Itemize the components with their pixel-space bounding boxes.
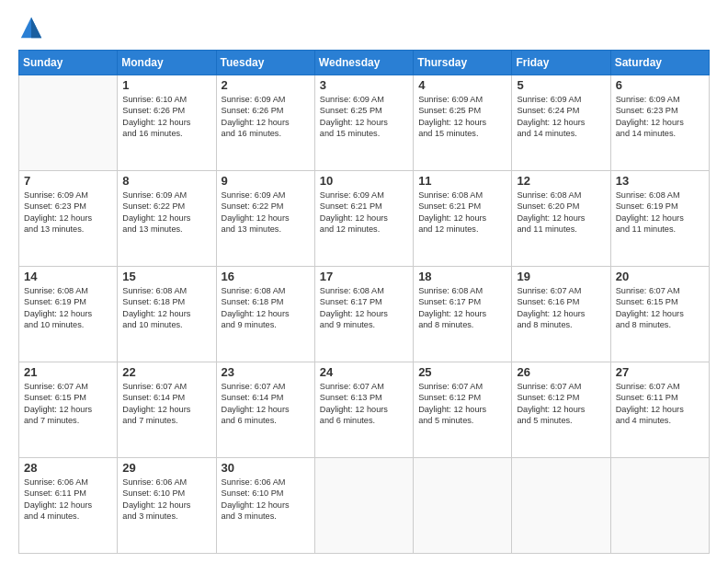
day-number: 25 [418, 365, 506, 379]
day-cell [512, 458, 610, 554]
weekday-header-thursday: Thursday [414, 51, 512, 75]
day-cell: 30Sunrise: 6:06 AM Sunset: 6:10 PM Dayli… [216, 458, 314, 554]
week-row-2: 7Sunrise: 6:09 AM Sunset: 6:23 PM Daylig… [19, 171, 710, 267]
page: SundayMondayTuesdayWednesdayThursdayFrid… [0, 0, 728, 563]
day-info: Sunrise: 6:08 AM Sunset: 6:21 PM Dayligh… [418, 190, 506, 236]
day-number: 21 [24, 365, 112, 379]
day-info: Sunrise: 6:08 AM Sunset: 6:19 PM Dayligh… [616, 190, 704, 236]
day-cell: 25Sunrise: 6:07 AM Sunset: 6:12 PM Dayli… [414, 362, 512, 458]
day-cell: 21Sunrise: 6:07 AM Sunset: 6:15 PM Dayli… [19, 362, 118, 458]
day-number: 27 [616, 365, 704, 379]
day-info: Sunrise: 6:08 AM Sunset: 6:17 PM Dayligh… [418, 285, 506, 331]
day-number: 15 [122, 270, 210, 283]
day-number: 8 [122, 174, 210, 188]
header [18, 15, 710, 40]
day-number: 20 [616, 270, 704, 283]
day-info: Sunrise: 6:07 AM Sunset: 6:14 PM Dayligh… [222, 381, 310, 427]
day-cell: 2Sunrise: 6:09 AM Sunset: 6:26 PM Daylig… [216, 75, 314, 171]
day-cell: 10Sunrise: 6:09 AM Sunset: 6:21 PM Dayli… [314, 171, 413, 267]
day-cell: 12Sunrise: 6:08 AM Sunset: 6:20 PM Dayli… [512, 171, 610, 267]
day-cell: 28Sunrise: 6:06 AM Sunset: 6:11 PM Dayli… [19, 458, 118, 554]
day-info: Sunrise: 6:07 AM Sunset: 6:16 PM Dayligh… [517, 285, 605, 331]
weekday-header-tuesday: Tuesday [216, 51, 314, 75]
week-row-5: 28Sunrise: 6:06 AM Sunset: 6:11 PM Dayli… [19, 458, 710, 554]
day-number: 24 [320, 365, 408, 379]
day-number: 7 [24, 174, 112, 188]
day-info: Sunrise: 6:08 AM Sunset: 6:18 PM Dayligh… [222, 285, 310, 331]
day-info: Sunrise: 6:06 AM Sunset: 6:11 PM Dayligh… [24, 477, 112, 523]
day-info: Sunrise: 6:09 AM Sunset: 6:25 PM Dayligh… [418, 94, 506, 140]
day-cell: 9Sunrise: 6:09 AM Sunset: 6:22 PM Daylig… [216, 171, 314, 267]
day-number: 18 [418, 270, 506, 283]
weekday-header-saturday: Saturday [610, 51, 709, 75]
day-cell: 4Sunrise: 6:09 AM Sunset: 6:25 PM Daylig… [414, 75, 512, 171]
day-cell [610, 458, 709, 554]
svg-marker-1 [31, 17, 41, 38]
day-info: Sunrise: 6:08 AM Sunset: 6:20 PM Dayligh… [517, 190, 605, 236]
day-number: 4 [418, 78, 506, 92]
day-cell: 15Sunrise: 6:08 AM Sunset: 6:18 PM Dayli… [118, 267, 216, 362]
day-cell: 17Sunrise: 6:08 AM Sunset: 6:17 PM Dayli… [314, 267, 413, 362]
day-cell: 8Sunrise: 6:09 AM Sunset: 6:22 PM Daylig… [118, 171, 216, 267]
week-row-4: 21Sunrise: 6:07 AM Sunset: 6:15 PM Dayli… [19, 362, 710, 458]
day-cell: 20Sunrise: 6:07 AM Sunset: 6:15 PM Dayli… [610, 267, 709, 362]
day-cell: 29Sunrise: 6:06 AM Sunset: 6:10 PM Dayli… [118, 458, 216, 554]
day-info: Sunrise: 6:09 AM Sunset: 6:22 PM Dayligh… [122, 190, 210, 236]
day-number: 19 [517, 270, 605, 283]
day-cell: 13Sunrise: 6:08 AM Sunset: 6:19 PM Dayli… [610, 171, 709, 267]
day-number: 13 [616, 174, 704, 188]
day-number: 11 [418, 174, 506, 188]
day-number: 16 [222, 270, 310, 283]
day-info: Sunrise: 6:09 AM Sunset: 6:22 PM Dayligh… [222, 190, 310, 236]
day-cell: 11Sunrise: 6:08 AM Sunset: 6:21 PM Dayli… [414, 171, 512, 267]
week-row-1: 1Sunrise: 6:10 AM Sunset: 6:26 PM Daylig… [19, 75, 710, 171]
week-row-3: 14Sunrise: 6:08 AM Sunset: 6:19 PM Dayli… [19, 267, 710, 362]
day-info: Sunrise: 6:08 AM Sunset: 6:18 PM Dayligh… [122, 285, 210, 331]
day-cell: 7Sunrise: 6:09 AM Sunset: 6:23 PM Daylig… [19, 171, 118, 267]
day-cell [414, 458, 512, 554]
day-info: Sunrise: 6:08 AM Sunset: 6:19 PM Dayligh… [24, 285, 112, 331]
day-number: 26 [517, 365, 605, 379]
day-number: 28 [24, 461, 112, 475]
day-info: Sunrise: 6:10 AM Sunset: 6:26 PM Dayligh… [122, 94, 210, 140]
day-info: Sunrise: 6:06 AM Sunset: 6:10 PM Dayligh… [222, 477, 310, 523]
day-number: 14 [24, 270, 112, 283]
day-cell [314, 458, 413, 554]
day-number: 29 [122, 461, 210, 475]
day-cell: 26Sunrise: 6:07 AM Sunset: 6:12 PM Dayli… [512, 362, 610, 458]
weekday-header-row: SundayMondayTuesdayWednesdayThursdayFrid… [19, 51, 710, 75]
day-number: 9 [222, 174, 310, 188]
weekday-header-sunday: Sunday [19, 51, 118, 75]
day-cell: 6Sunrise: 6:09 AM Sunset: 6:23 PM Daylig… [610, 75, 709, 171]
logo-icon [18, 15, 44, 40]
day-number: 23 [222, 365, 310, 379]
day-info: Sunrise: 6:07 AM Sunset: 6:11 PM Dayligh… [616, 381, 704, 427]
day-cell: 5Sunrise: 6:09 AM Sunset: 6:24 PM Daylig… [512, 75, 610, 171]
day-number: 6 [616, 78, 704, 92]
day-info: Sunrise: 6:09 AM Sunset: 6:25 PM Dayligh… [320, 94, 408, 140]
day-cell: 23Sunrise: 6:07 AM Sunset: 6:14 PM Dayli… [216, 362, 314, 458]
day-cell: 24Sunrise: 6:07 AM Sunset: 6:13 PM Dayli… [314, 362, 413, 458]
day-number: 10 [320, 174, 408, 188]
day-cell: 14Sunrise: 6:08 AM Sunset: 6:19 PM Dayli… [19, 267, 118, 362]
day-cell: 1Sunrise: 6:10 AM Sunset: 6:26 PM Daylig… [118, 75, 216, 171]
day-cell: 19Sunrise: 6:07 AM Sunset: 6:16 PM Dayli… [512, 267, 610, 362]
day-number: 2 [222, 78, 310, 92]
day-cell [19, 75, 118, 171]
calendar-table: SundayMondayTuesdayWednesdayThursdayFrid… [18, 50, 710, 554]
day-number: 17 [320, 270, 408, 283]
day-number: 3 [320, 78, 408, 92]
day-cell: 16Sunrise: 6:08 AM Sunset: 6:18 PM Dayli… [216, 267, 314, 362]
day-info: Sunrise: 6:06 AM Sunset: 6:10 PM Dayligh… [122, 477, 210, 523]
day-cell: 3Sunrise: 6:09 AM Sunset: 6:25 PM Daylig… [314, 75, 413, 171]
day-number: 1 [122, 78, 210, 92]
day-info: Sunrise: 6:07 AM Sunset: 6:12 PM Dayligh… [418, 381, 506, 427]
day-info: Sunrise: 6:07 AM Sunset: 6:12 PM Dayligh… [517, 381, 605, 427]
day-info: Sunrise: 6:07 AM Sunset: 6:15 PM Dayligh… [616, 285, 704, 331]
day-number: 30 [222, 461, 310, 475]
logo [18, 15, 48, 40]
day-info: Sunrise: 6:09 AM Sunset: 6:23 PM Dayligh… [616, 94, 704, 140]
day-cell: 27Sunrise: 6:07 AM Sunset: 6:11 PM Dayli… [610, 362, 709, 458]
day-info: Sunrise: 6:09 AM Sunset: 6:24 PM Dayligh… [517, 94, 605, 140]
day-info: Sunrise: 6:09 AM Sunset: 6:21 PM Dayligh… [320, 190, 408, 236]
